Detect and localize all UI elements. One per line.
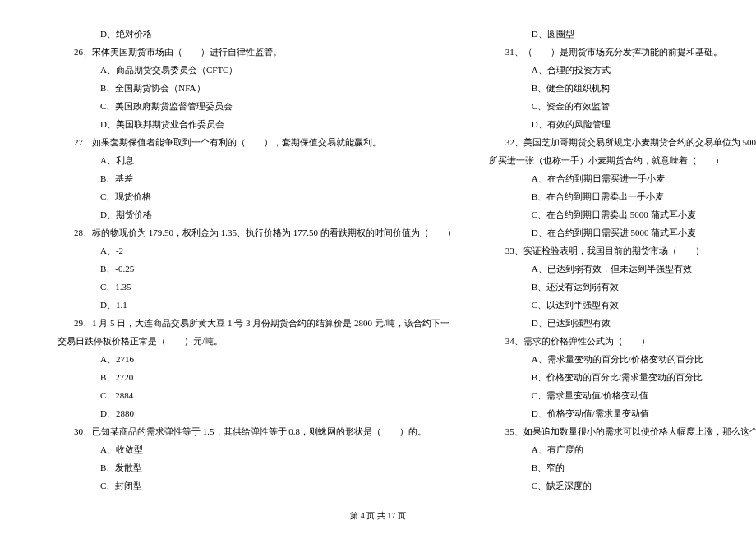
q35-option-b: B、窄的 — [489, 458, 756, 476]
q27-option-a: A、利息 — [58, 151, 456, 169]
q27-option-b: B、基差 — [58, 169, 456, 187]
left-column: D、绝对价格 26、宋体美国期货市场由（ ）进行自律性监管。 A、商品期货交易委… — [49, 25, 472, 495]
question-34: 34、需求的价格弹性公式为（ ） — [489, 332, 756, 350]
question-32-line1: 32、美国芝加哥期货交易所规定小麦期货合约的交易单位为 5000 蒲式耳，如果交… — [489, 133, 756, 151]
option-d-pre-r: D、圆圈型 — [489, 25, 756, 43]
q35-option-a: A、有广度的 — [489, 440, 756, 458]
q31-option-b: B、健全的组织机构 — [489, 79, 756, 97]
question-29-line1: 29、1 月 5 日，大连商品交易所黄大豆 1 号 3 月份期货合约的结算价是 … — [58, 314, 456, 332]
question-32-line2: 所买进一张（也称一手）小麦期货合约，就意味着（ ） — [489, 151, 756, 169]
page-content: D、绝对价格 26、宋体美国期货市场由（ ）进行自律性监管。 A、商品期货交易委… — [0, 25, 756, 495]
q28-option-b: B、-0.25 — [58, 260, 456, 278]
q32-option-d: D、在合约到期日需买进 5000 蒲式耳小麦 — [489, 223, 756, 242]
q34-option-d: D、价格变动值/需求量变动值 — [489, 404, 756, 422]
q31-option-c: C、资金的有效监管 — [489, 97, 756, 115]
question-28: 28、标的物现价为 179.50，权利金为 1.35、执行价格为 177.50 … — [58, 223, 456, 242]
q31-option-a: A、合理的投资方式 — [489, 61, 756, 79]
q33-option-c: C、以达到半强型有效 — [489, 296, 756, 314]
q28-option-d: D、1.1 — [58, 296, 456, 314]
q31-option-d: D、有效的风险管理 — [489, 115, 756, 133]
q33-option-b: B、还没有达到弱有效 — [489, 278, 756, 296]
question-33: 33、实证检验表明，我国目前的期货市场（ ） — [489, 242, 756, 260]
q28-option-a: A、-2 — [58, 242, 456, 260]
question-31: 31、（ ）是期货市场充分发挥功能的前提和基础。 — [489, 43, 756, 61]
q30-option-c: C、封闭型 — [58, 476, 456, 495]
q26-option-b: B、全国期货协会（NFA） — [58, 79, 456, 97]
q34-option-c: C、需求量变动值/价格变动值 — [489, 386, 756, 404]
option-d-pre: D、绝对价格 — [58, 25, 456, 43]
q30-option-b: B、发散型 — [58, 458, 456, 476]
q27-option-c: C、现货价格 — [58, 187, 456, 205]
q26-option-d: D、美国联邦期货业合作委员会 — [58, 115, 456, 133]
question-27: 27、如果套期保值者能争取到一个有利的（ ），套期保值交易就能赢利。 — [58, 133, 456, 151]
q29-option-d: D、2880 — [58, 404, 456, 422]
page-footer: 第 4 页 共 17 页 — [0, 510, 756, 522]
right-column: D、圆圈型 31、（ ）是期货市场充分发挥功能的前提和基础。 A、合理的投资方式… — [472, 25, 756, 495]
q32-option-b: B、在合约到期日需卖出一手小麦 — [489, 187, 756, 205]
q33-option-d: D、已达到强型有效 — [489, 314, 756, 332]
q29-option-c: C、2884 — [58, 386, 456, 404]
question-26: 26、宋体美国期货市场由（ ）进行自律性监管。 — [58, 43, 456, 61]
q35-option-c: C、缺乏深度的 — [489, 476, 756, 495]
q32-option-c: C、在合约到期日需卖出 5000 蒲式耳小麦 — [489, 205, 756, 223]
q27-option-d: D、期货价格 — [58, 205, 456, 223]
q26-option-a: A、商品期货交易委员会（CFTC） — [58, 61, 456, 79]
question-30: 30、已知某商品的需求弹性等于 1.5，其供给弹性等于 0.8，则蛛网的形状是（… — [58, 422, 456, 440]
q28-option-c: C、1.35 — [58, 278, 456, 296]
q29-option-a: A、2716 — [58, 350, 456, 368]
q33-option-a: A、已达到弱有效，但未达到半强型有效 — [489, 260, 756, 278]
q26-option-c: C、美国政府期货监督管理委员会 — [58, 97, 456, 115]
q34-option-a: A、需求量变动的百分比/价格变动的百分比 — [489, 350, 756, 368]
q34-option-b: B、价格变动的百分比/需求量变动的百分比 — [489, 368, 756, 386]
q32-option-a: A、在合约到期日需买进一手小麦 — [489, 169, 756, 187]
q30-option-a: A、收敛型 — [58, 440, 456, 458]
question-29-line2: 交易日跌停板价格正常是（ ）元/吨。 — [58, 332, 456, 350]
q29-option-b: B、2720 — [58, 368, 456, 386]
question-35: 35、如果追加数量很小的需求可以使价格大幅度上涨，那么这个期货市场就是（ ） — [489, 422, 756, 440]
